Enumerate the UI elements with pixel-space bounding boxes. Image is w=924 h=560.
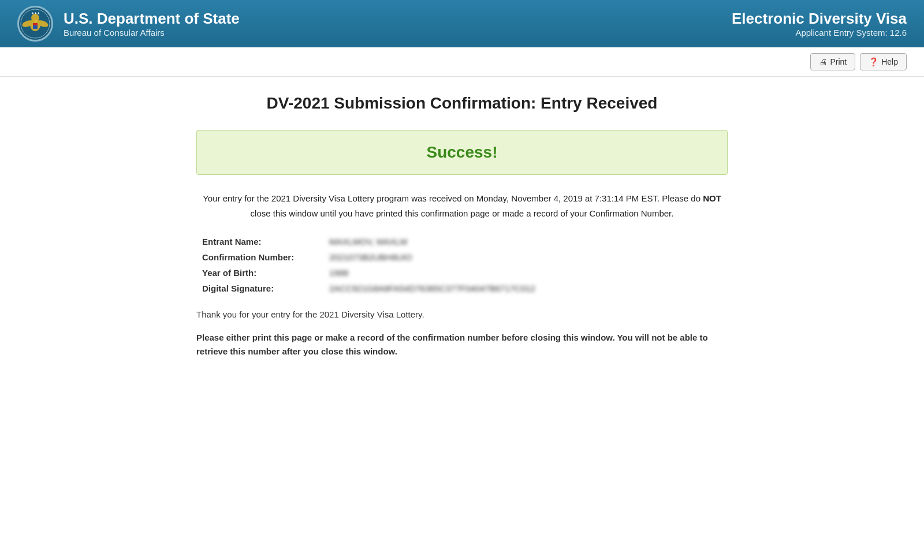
year-of-birth-row: Year of Birth: 1988: [202, 268, 728, 278]
warning-text: Please either print this page or make a …: [196, 331, 728, 359]
svg-rect-8: [33, 23, 38, 25]
bureau-name: Bureau of Consular Affairs: [64, 28, 240, 38]
message-text-before: Your entry for the 2021 Diversity Visa L…: [203, 193, 703, 203]
message-not: NOT: [703, 193, 721, 203]
print-icon: 🖨: [819, 57, 827, 66]
header-agency-info: U.S. Department of State Bureau of Consu…: [64, 10, 240, 38]
entrant-name-row: Entrant Name: MAXLMOV, MAXLM: [202, 237, 728, 247]
entrant-name-label: Entrant Name:: [202, 237, 329, 247]
program-title: Electronic Diversity Visa: [732, 10, 907, 28]
year-of-birth-label: Year of Birth:: [202, 268, 329, 278]
digital-signature-label: Digital Signature:: [202, 283, 329, 293]
department-seal: ★★★: [17, 6, 53, 42]
confirmation-message: Your entry for the 2021 Diversity Visa L…: [196, 191, 728, 221]
print-label: Print: [830, 57, 847, 66]
main-content: DV-2021 Submission Confirmation: Entry R…: [173, 77, 751, 376]
header-left: ★★★ U.S. Department of State Bureau of C…: [17, 6, 240, 42]
confirmation-number-row: Confirmation Number: 2021073B2UBH8UIO: [202, 252, 728, 262]
help-label: Help: [881, 57, 898, 66]
success-box: Success!: [196, 130, 728, 175]
print-button[interactable]: 🖨 Print: [810, 53, 855, 70]
entrant-name-value: MAXLMOV, MAXLM: [329, 237, 407, 247]
program-subtitle: Applicant Entry System: 12.6: [732, 28, 907, 38]
help-icon: ❓: [869, 57, 878, 66]
message-text-after: close this window until you have printed…: [251, 208, 674, 218]
thank-you-text: Thank you for your entry for the 2021 Di…: [196, 309, 728, 319]
digital-signature-value: 2ACC921G8A8FA54D76365C377F04047B6717C012: [329, 283, 535, 293]
details-section: Entrant Name: MAXLMOV, MAXLM Confirmatio…: [196, 237, 728, 293]
digital-signature-row: Digital Signature: 2ACC921G8A8FA54D76365…: [202, 283, 728, 293]
year-of-birth-value: 1988: [329, 268, 348, 278]
agency-name: U.S. Department of State: [64, 10, 240, 28]
header-program-info: Electronic Diversity Visa Applicant Entr…: [732, 10, 907, 38]
toolbar: 🖨 Print ❓ Help: [0, 47, 924, 77]
page-title: DV-2021 Submission Confirmation: Entry R…: [196, 94, 728, 113]
help-button[interactable]: ❓ Help: [860, 53, 907, 70]
success-text: Success!: [214, 143, 710, 162]
page-header: ★★★ U.S. Department of State Bureau of C…: [0, 0, 924, 47]
svg-text:★★★: ★★★: [31, 12, 40, 15]
confirmation-number-label: Confirmation Number:: [202, 252, 329, 262]
confirmation-number-value: 2021073B2UBH8UIO: [329, 252, 412, 262]
